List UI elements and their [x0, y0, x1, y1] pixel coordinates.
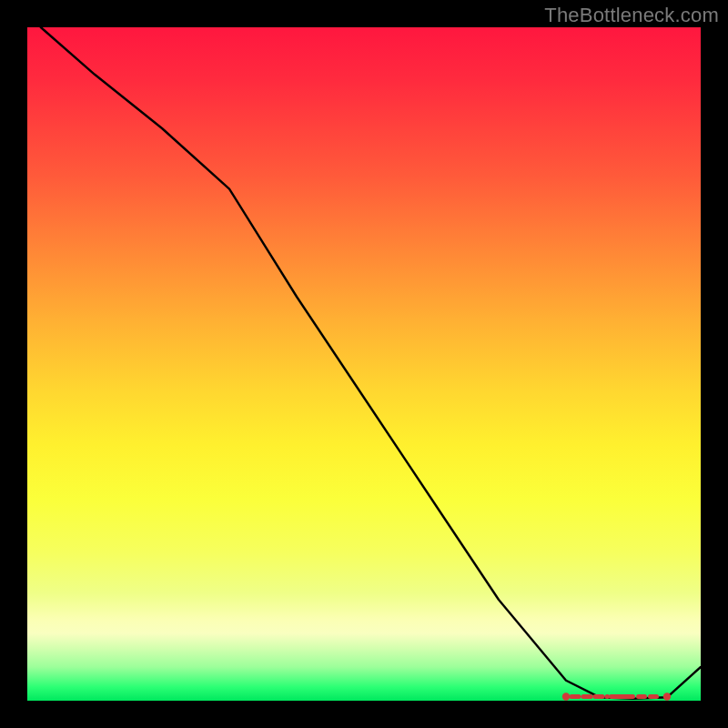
- curve-line: [41, 27, 701, 699]
- watermark-text: TheBottleneck.com: [544, 4, 719, 27]
- svg-point-4: [663, 693, 671, 700]
- plot-area: [27, 27, 701, 701]
- chart-canvas: TheBottleneck.com: [0, 0, 728, 728]
- marker-band: [562, 693, 671, 700]
- chart-svg: [27, 27, 701, 701]
- svg-point-0: [562, 693, 570, 700]
